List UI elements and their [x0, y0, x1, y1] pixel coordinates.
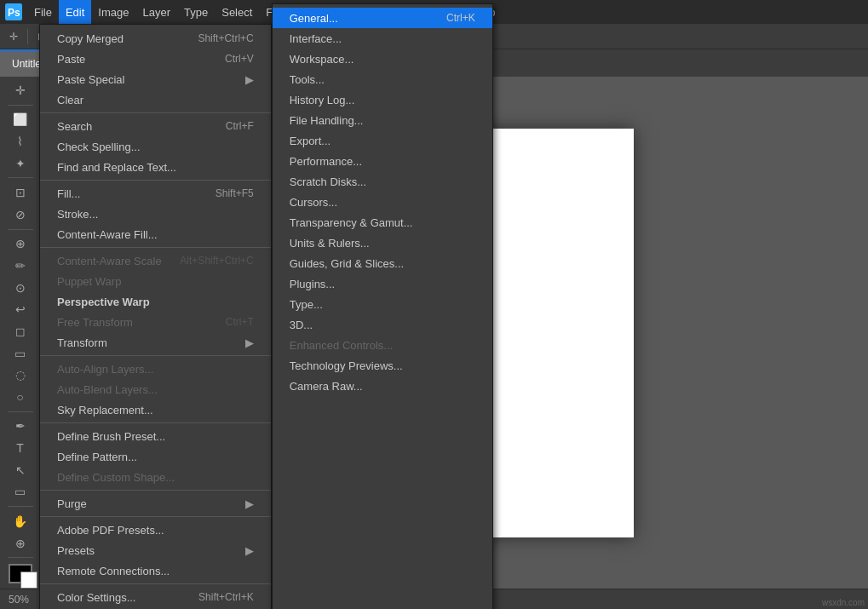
path-select-tool[interactable]: ↖ [5, 460, 36, 480]
paste-special-item[interactable]: Paste Special ▶ [40, 69, 271, 89]
content-aware-fill-label: Content-Aware Fill... [57, 228, 158, 241]
presets-label: Presets [57, 544, 95, 557]
purge-item[interactable]: Purge ▶ [40, 493, 271, 514]
stroke-label: Stroke... [57, 208, 98, 221]
check-spelling-label: Check Spelling... [57, 141, 141, 153]
menu-select[interactable]: Select [215, 0, 259, 24]
clear-label: Clear [57, 94, 83, 106]
shape-tool[interactable]: ▭ [5, 482, 36, 503]
search-item[interactable]: Search Ctrl+F [40, 116, 271, 136]
zoom-level: 50% [9, 594, 29, 606]
search-label: Search [57, 120, 92, 133]
auto-align-item[interactable]: Auto-Align Layers... [40, 359, 271, 379]
presets-item[interactable]: Presets ▶ [40, 540, 271, 560]
define-brush-item[interactable]: Define Brush Preset... [40, 426, 271, 446]
define-brush-label: Define Brush Preset... [57, 430, 165, 443]
pref-3d-item[interactable]: 3D... [273, 314, 492, 335]
pref-export-item[interactable]: Export... [273, 130, 492, 151]
type-tool[interactable]: T [5, 438, 36, 458]
pref-tools-item[interactable]: Tools... [273, 69, 492, 89]
background-color[interactable] [20, 572, 37, 589]
lasso-tool[interactable]: ⌇ [5, 131, 36, 152]
crop-tool[interactable]: ⊡ [5, 182, 36, 203]
edit-menu: Copy Merged Shift+Ctrl+C Paste Ctrl+V Pa… [39, 24, 272, 609]
eraser-tool[interactable]: ◻ [5, 321, 36, 342]
purge-arrow: ▶ [245, 497, 254, 510]
pref-transparency-gamut-label: Transparency & Gamut... [290, 216, 413, 229]
tool-sep-4 [8, 411, 33, 412]
zoom-tool[interactable]: ⊕ [5, 533, 36, 554]
move-tool[interactable]: ✛ [5, 80, 36, 101]
color-settings-item[interactable]: Color Settings... Shift+Ctrl+K [40, 587, 271, 607]
copy-merged-shortcut: Shift+Ctrl+C [198, 32, 253, 44]
pref-type-item[interactable]: Type... [273, 294, 492, 314]
transform-item[interactable]: Transform ▶ [40, 332, 271, 353]
purge-label: Purge [57, 497, 87, 510]
pref-general-item[interactable]: General... Ctrl+K [273, 8, 492, 28]
paste-special-label: Paste Special [57, 73, 125, 86]
content-aware-scale-shortcut: Alt+Shift+Ctrl+C [180, 255, 253, 267]
history-brush-tool[interactable]: ↩ [5, 299, 36, 319]
paste-item[interactable]: Paste Ctrl+V [40, 49, 271, 69]
hand-tool[interactable]: ✋ [5, 511, 36, 531]
rect-select-tool[interactable]: ⬜ [5, 109, 36, 129]
gradient-tool[interactable]: ▭ [5, 343, 36, 364]
check-spelling-item[interactable]: Check Spelling... [40, 136, 271, 157]
watermark: wsxdn.com [822, 598, 865, 607]
foreground-color[interactable] [9, 564, 32, 583]
pref-file-handling-item[interactable]: File Handling... [273, 110, 492, 130]
content-aware-fill-item[interactable]: Content-Aware Fill... [40, 224, 271, 244]
sky-replacement-item[interactable]: Sky Replacement... [40, 399, 271, 420]
healing-brush-tool[interactable]: ⊕ [5, 233, 36, 254]
pdf-presets-label: Adobe PDF Presets... [57, 524, 164, 537]
menu-type[interactable]: Type [177, 0, 215, 24]
pref-units-rulers-item[interactable]: Units & Rulers... [273, 233, 492, 253]
find-replace-item[interactable]: Find and Replace Text... [40, 157, 271, 177]
paste-label: Paste [57, 53, 85, 66]
pref-tech-previews-item[interactable]: Technology Previews... [273, 355, 492, 376]
pref-enhanced-controls-item[interactable]: Enhanced Controls... [273, 335, 492, 355]
pref-workspace-item[interactable]: Workspace... [273, 49, 492, 69]
menu-image[interactable]: Image [91, 0, 135, 24]
pref-interface-label: Interface... [290, 32, 342, 45]
pref-scratch-disks-label: Scratch Disks... [290, 175, 366, 188]
stroke-item[interactable]: Stroke... [40, 204, 271, 224]
menu-layer[interactable]: Layer [136, 0, 178, 24]
tool-sep-6 [8, 557, 33, 558]
pref-camera-raw-item[interactable]: Camera Raw... [273, 376, 492, 396]
menu-edit[interactable]: Edit [59, 0, 91, 24]
pref-plugins-item[interactable]: Plugins... [273, 273, 492, 294]
pref-performance-item[interactable]: Performance... [273, 151, 492, 171]
pen-tool[interactable]: ✒ [5, 417, 36, 437]
pdf-presets-item[interactable]: Adobe PDF Presets... [40, 520, 271, 540]
pref-scratch-disks-item[interactable]: Scratch Disks... [273, 171, 492, 192]
define-pattern-item[interactable]: Define Pattern... [40, 446, 271, 467]
blur-tool[interactable]: ◌ [5, 365, 36, 385]
pref-cursors-item[interactable]: Cursors... [273, 192, 492, 212]
puppet-warp-item[interactable]: Puppet Warp [40, 271, 271, 291]
dodge-tool[interactable]: ○ [5, 387, 36, 407]
pref-transparency-gamut-item[interactable]: Transparency & Gamut... [273, 212, 492, 233]
perspective-warp-item[interactable]: Perspective Warp [40, 291, 271, 312]
content-aware-scale-item[interactable]: Content-Aware Scale Alt+Shift+Ctrl+C [40, 250, 271, 271]
define-custom-shape-item[interactable]: Define Custom Shape... [40, 467, 271, 487]
remote-connections-item[interactable]: Remote Connections... [40, 560, 271, 581]
brush-tool[interactable]: ✏ [5, 256, 36, 276]
eyedropper-tool[interactable]: ⊘ [5, 204, 36, 225]
auto-blend-item[interactable]: Auto-Blend Layers... [40, 379, 271, 399]
svg-text:Ps: Ps [8, 7, 20, 19]
clone-stamp-tool[interactable]: ⊙ [5, 278, 36, 298]
sep-6 [40, 490, 271, 491]
magic-wand-tool[interactable]: ✦ [5, 153, 36, 174]
pref-history-log-item[interactable]: History Log... [273, 89, 492, 110]
free-transform-item[interactable]: Free Transform Ctrl+T [40, 312, 271, 332]
copy-merged-item[interactable]: Copy Merged Shift+Ctrl+C [40, 28, 271, 49]
pref-guides-grid-item[interactable]: Guides, Grid & Slices... [273, 253, 492, 273]
fill-item[interactable]: Fill... Shift+F5 [40, 183, 271, 204]
move-tool-icon[interactable]: ✛ [5, 27, 22, 46]
menu-file[interactable]: File [27, 0, 59, 24]
search-shortcut: Ctrl+F [226, 120, 254, 132]
clear-item[interactable]: Clear [40, 89, 271, 110]
pref-cursors-label: Cursors... [290, 196, 337, 209]
pref-interface-item[interactable]: Interface... [273, 28, 492, 49]
